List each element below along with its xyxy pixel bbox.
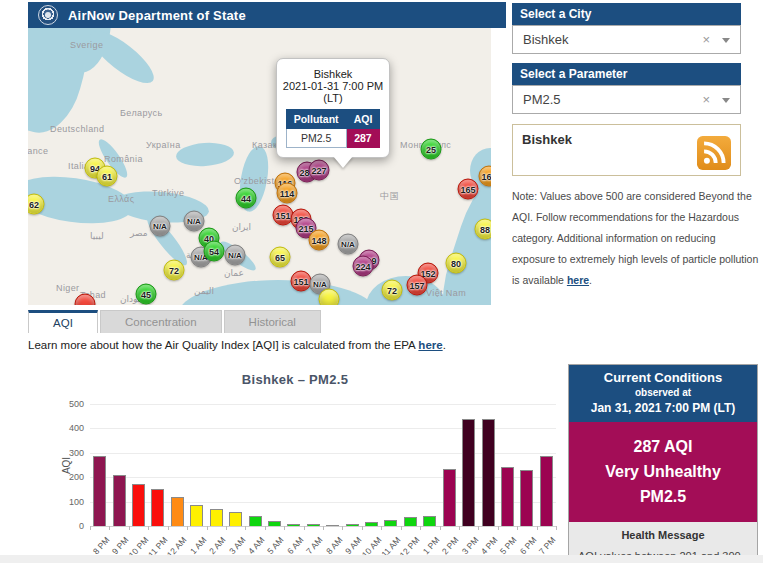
page: AirNow Department of State SverigeDeutsc… xyxy=(0,0,763,563)
chart-y-tick-label: 0 xyxy=(54,521,84,531)
chart-bar xyxy=(132,484,145,526)
chart-x-tick-mark xyxy=(245,526,246,530)
chart-x-tick-mark xyxy=(537,526,538,530)
chart-x-tick-mark xyxy=(381,526,382,530)
aqi-map-marker[interactable] xyxy=(319,289,340,306)
popup-pollutant-header: Pollutant xyxy=(286,110,346,129)
chart-bar xyxy=(501,467,514,526)
chart-x-tick-mark xyxy=(207,526,208,530)
chart-gridline xyxy=(90,404,556,405)
aqi-map-marker[interactable]: 65 xyxy=(270,247,291,268)
note-link[interactable]: here xyxy=(567,274,589,286)
aqi-map-marker[interactable]: 88 xyxy=(475,219,492,240)
chart-x-tick-label: 1 PM xyxy=(421,535,442,556)
aqi-map-marker[interactable]: 44 xyxy=(236,188,257,209)
chart-bar xyxy=(307,524,320,526)
parameter-select[interactable]: PM2.5 × xyxy=(512,85,741,114)
chart-bar xyxy=(443,469,456,526)
aqi-map-marker[interactable]: N/A xyxy=(150,216,171,237)
aqi-map-marker[interactable]: 72 xyxy=(164,260,185,281)
health-message-title: Health Message xyxy=(578,529,748,541)
chart-bar xyxy=(190,505,203,526)
city-caret-down-icon[interactable] xyxy=(722,38,730,43)
rss-icon[interactable] xyxy=(697,136,731,170)
learn-more-before: Learn more about how the Air Quality Ind… xyxy=(28,339,418,351)
chart-x-tick-mark xyxy=(148,526,149,530)
chart-x-tick-mark xyxy=(459,526,460,530)
map-country-label: ليبيا xyxy=(90,231,104,241)
chart-bar xyxy=(462,419,475,526)
map-popup: Bishkek 2021-01-31 7:00 PM (LT) Pollutan… xyxy=(276,58,390,158)
aqi-map-marker[interactable]: 224 xyxy=(353,256,374,277)
learn-more-link[interactable]: here xyxy=(418,339,442,351)
chart-x-tick-label: 1 AM xyxy=(188,535,208,556)
aqi-map-marker[interactable]: 148 xyxy=(309,230,330,251)
chart-x-tick-mark xyxy=(129,526,130,530)
city-clear-icon[interactable]: × xyxy=(702,32,710,47)
current-conditions-panel: Current Conditions observed at Jan 31, 2… xyxy=(568,364,758,563)
tab-concentration[interactable]: Concentration xyxy=(100,310,222,333)
chart-x-tick-mark xyxy=(420,526,421,530)
map-country-label: ايران xyxy=(232,222,251,232)
chart-x-tick-mark xyxy=(109,526,110,530)
aqi-map-marker[interactable]: 227 xyxy=(309,160,330,181)
aqi-map-marker[interactable]: 61 xyxy=(97,166,118,187)
aqi-chart: Bishkek – PM2.5 AQI 01002003004005008 PM… xyxy=(28,364,562,560)
chart-bar xyxy=(171,497,184,526)
map[interactable]: SverigeDeutschlandБеларусьУкраїнаFranceI… xyxy=(28,28,491,305)
aqi-map-marker[interactable]: 45 xyxy=(136,284,157,305)
chart-y-tick-label: 500 xyxy=(54,399,84,409)
parameter-caret-down-icon[interactable] xyxy=(722,98,730,103)
chart-bar xyxy=(520,470,533,526)
chart-y-tick-label: 400 xyxy=(54,423,84,433)
chart-bar xyxy=(229,512,242,526)
tab-historical[interactable]: Historical xyxy=(224,310,321,333)
chart-x-tick-label: 4 AM xyxy=(246,535,266,556)
city-select[interactable]: Bishkek × xyxy=(512,25,741,54)
aqi-map-marker[interactable]: N/A xyxy=(184,211,205,232)
chart-x-tick-mark xyxy=(478,526,479,530)
current-pollutant: PM2.5 xyxy=(573,485,753,510)
current-aqi-block: 287 AQI Very Unhealthy PM2.5 xyxy=(569,422,757,522)
aqi-map-marker[interactable]: 54 xyxy=(204,241,225,262)
current-aqi-value: 287 AQI xyxy=(573,435,753,460)
aqi-map-marker[interactable]: N/A xyxy=(225,245,246,266)
chart-x-tick-mark xyxy=(401,526,402,530)
chart-x-tick-mark xyxy=(440,526,441,530)
aqi-map-marker[interactable]: 25 xyxy=(421,139,442,160)
city-select-box: Select a City Bishkek × xyxy=(512,3,741,54)
chart-x-tick-label: 2 PM xyxy=(440,535,461,556)
map-country-label: România xyxy=(104,154,143,164)
aqi-map-marker[interactable]: 72 xyxy=(382,280,403,301)
chart-x-tick-label: 8 PM xyxy=(90,535,111,556)
chart-bar xyxy=(249,516,262,526)
parameter-select-value: PM2.5 xyxy=(523,92,561,107)
tab-aqi[interactable]: AQI xyxy=(28,310,98,333)
chart-x-tick-label: 8 AM xyxy=(324,535,344,556)
chart-x-tick-label: 3 PM xyxy=(459,535,480,556)
parameter-clear-icon[interactable]: × xyxy=(702,92,710,107)
chart-x-tick-label: 5 AM xyxy=(265,535,285,556)
chart-bar xyxy=(287,524,300,526)
aqi-map-marker[interactable]: N/A xyxy=(338,234,359,255)
map-country-label: اليمن xyxy=(194,286,214,296)
beyond-aqi-note: Note: Values above 500 are considered Be… xyxy=(512,186,760,291)
chart-bar xyxy=(268,521,281,526)
aqi-map-marker[interactable]: 114 xyxy=(277,183,298,204)
chart-bar xyxy=(346,524,359,526)
map-country-label: Sverige xyxy=(70,40,103,50)
chart-x-tick-label: 4 PM xyxy=(479,535,500,556)
popup-datetime: 2021-01-31 7:00 PM xyxy=(282,80,384,92)
chart-y-tick-label: 200 xyxy=(54,472,84,482)
aqi-map-marker[interactable]: 157 xyxy=(407,275,428,296)
aqi-map-marker[interactable]: 165 xyxy=(458,179,479,200)
chart-x-tick-mark xyxy=(265,526,266,530)
aqi-map-marker[interactable]: 80 xyxy=(446,253,467,274)
chart-x-tick-label: 2 AM xyxy=(207,535,227,556)
aqi-map-marker[interactable]: 151 xyxy=(291,271,312,292)
chart-x-tick-mark xyxy=(226,526,227,530)
map-country-label: Niger xyxy=(56,283,80,293)
chart-bar xyxy=(404,517,417,526)
chart-bar xyxy=(113,475,126,526)
chart-bar xyxy=(210,509,223,526)
